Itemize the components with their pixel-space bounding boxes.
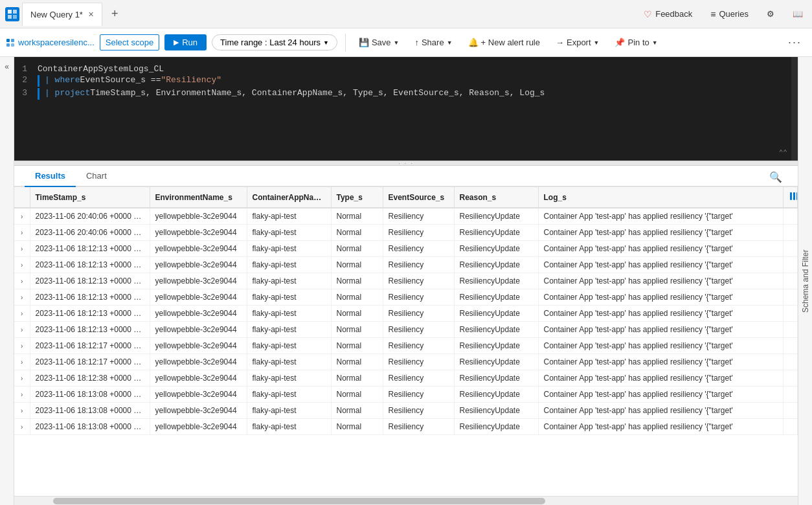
cell-type: Normal <box>331 289 383 306</box>
table-row[interactable]: › 2023-11-06 18:12:17 +0000 UTC yellowpe… <box>14 354 798 370</box>
tab-close-button[interactable]: ✕ <box>88 10 94 19</box>
cell-reason: ResiliencyUpdate <box>454 419 538 435</box>
active-tab[interactable]: New Query 1* ✕ <box>22 3 102 26</box>
title-bar: New Query 1* ✕ + ♡ Feedback ≡ Queries ⚙ … <box>0 0 812 28</box>
search-results-button[interactable]: 🔍 <box>764 168 787 186</box>
main-layout: « 1 ContainerAppSystemLogs_CL 2 | where … <box>0 57 812 505</box>
cell-log: Container App 'test-app' has applied res… <box>538 208 784 225</box>
sidebar-toggle[interactable]: « <box>0 57 14 505</box>
line-number-2: 2 <box>14 75 38 85</box>
cell-log: Container App 'test-app' has applied res… <box>538 338 784 354</box>
cell-reason: ResiliencyUpdate <box>454 387 538 403</box>
export-label: Export <box>567 38 591 47</box>
expand-row-icon[interactable]: › <box>21 423 23 431</box>
schema-filter-sidebar[interactable]: Schema and Filter <box>798 57 812 505</box>
cell-timestamp: 2023-11-06 18:12:13 +0000 UTC <box>30 289 150 306</box>
cell-type: Normal <box>331 273 383 289</box>
table-row[interactable]: › 2023-11-06 18:12:13 +0000 UTC yellowpe… <box>14 306 798 322</box>
expand-row-icon[interactable]: › <box>21 342 23 350</box>
feedback-button[interactable]: ♡ Feedback <box>640 6 696 22</box>
svg-rect-0 <box>8 10 12 14</box>
expand-row-icon[interactable]: › <box>21 326 23 333</box>
cell-env: yellowpebble-3c2e9044 <box>150 370 247 387</box>
cell-timestamp: 2023-11-06 20:40:06 +0000 UTC <box>30 208 150 225</box>
table-row[interactable]: › 2023-11-06 18:13:08 +0000 UTC yellowpe… <box>14 403 798 419</box>
editor-collapse-button[interactable]: ⌃⌃ <box>779 148 787 157</box>
workspace-selector[interactable]: workspaceresilenc... <box>5 38 95 48</box>
svg-rect-5 <box>11 39 14 42</box>
run-label: Run <box>182 38 197 47</box>
svg-rect-9 <box>793 192 795 200</box>
time-range-button[interactable]: Time range : Last 24 hours ▼ <box>212 34 337 50</box>
tab-chart[interactable]: Chart <box>76 166 117 187</box>
col-timestamp-header[interactable]: TimeStamp_s <box>30 187 150 208</box>
col-eventsource-header[interactable]: EventSource_s <box>383 187 454 208</box>
expand-row-icon[interactable]: › <box>21 391 23 398</box>
run-button[interactable]: ▶ Run <box>164 34 207 50</box>
cell-eventsource: Resiliency <box>383 289 454 306</box>
cell-container: flaky-api-test <box>247 322 331 338</box>
table-row[interactable]: › 2023-11-06 18:12:13 +0000 UTC yellowpe… <box>14 241 798 257</box>
app-icon <box>5 7 19 21</box>
editor-scrollbar[interactable] <box>791 57 798 161</box>
cell-spacer <box>784 403 798 419</box>
table-row[interactable]: › 2023-11-06 20:40:06 +0000 UTC yellowpe… <box>14 225 798 241</box>
expand-row-icon[interactable]: › <box>21 278 23 285</box>
expand-row-icon[interactable]: › <box>21 407 23 414</box>
expand-row-icon[interactable]: › <box>21 294 23 301</box>
col-log-header[interactable]: Log_s <box>538 187 784 208</box>
table-row[interactable]: › 2023-11-06 18:12:38 +0000 UTC yellowpe… <box>14 370 798 387</box>
table-row[interactable]: › 2023-11-06 20:40:06 +0000 UTC yellowpe… <box>14 208 798 225</box>
settings-button[interactable]: ⚙ <box>763 6 778 21</box>
col-env-header[interactable]: EnvironmentName_s <box>150 187 247 208</box>
expand-row-icon[interactable]: › <box>21 262 23 269</box>
table-row[interactable]: › 2023-11-06 18:12:13 +0000 UTC yellowpe… <box>14 289 798 306</box>
queries-button[interactable]: ≡ Queries <box>706 6 752 22</box>
expand-row-icon[interactable]: › <box>21 375 23 382</box>
col-container-header[interactable]: ContainerAppName_s <box>247 187 331 208</box>
col-type-header[interactable]: Type_s <box>331 187 383 208</box>
table-row[interactable]: › 2023-11-06 18:12:17 +0000 UTC yellowpe… <box>14 338 798 354</box>
docs-button[interactable]: 📖 <box>789 6 807 21</box>
expand-row-icon[interactable]: › <box>21 310 23 317</box>
horizontal-scrollbar[interactable] <box>14 496 798 505</box>
cell-timestamp: 2023-11-06 20:40:06 +0000 UTC <box>30 225 150 241</box>
scrollbar-thumb[interactable] <box>53 498 545 504</box>
save-button[interactable]: 💾 Save ▼ <box>354 35 405 50</box>
code-content-2a: | where <box>45 75 80 85</box>
expand-row-icon[interactable]: › <box>21 213 23 220</box>
cell-spacer <box>784 208 798 225</box>
table-row[interactable]: › 2023-11-06 18:12:13 +0000 UTC yellowpe… <box>14 322 798 338</box>
expand-row-icon[interactable]: › <box>21 229 23 236</box>
tab-results[interactable]: Results <box>25 166 76 187</box>
select-scope-button[interactable]: Select scope <box>100 34 159 50</box>
cell-timestamp: 2023-11-06 18:12:38 +0000 UTC <box>30 370 150 387</box>
col-reason-header[interactable]: Reason_s <box>454 187 538 208</box>
cell-container: flaky-api-test <box>247 241 331 257</box>
code-editor[interactable]: 1 ContainerAppSystemLogs_CL 2 | where Ev… <box>14 57 798 161</box>
add-tab-button[interactable]: + <box>105 5 125 23</box>
table-row[interactable]: › 2023-11-06 18:12:13 +0000 UTC yellowpe… <box>14 257 798 273</box>
cell-spacer <box>784 387 798 403</box>
table-row[interactable]: › 2023-11-06 18:13:08 +0000 UTC yellowpe… <box>14 387 798 403</box>
col-columns-icon-header[interactable] <box>784 187 798 208</box>
table-row[interactable]: › 2023-11-06 18:12:13 +0000 UTC yellowpe… <box>14 273 798 289</box>
share-button[interactable]: ↑ Share ▼ <box>409 35 457 50</box>
cell-eventsource: Resiliency <box>383 208 454 225</box>
svg-rect-6 <box>6 43 10 47</box>
export-button[interactable]: → Export ▼ <box>550 35 605 50</box>
new-alert-button[interactable]: 🔔 + New alert rule <box>463 35 545 50</box>
expand-row-icon[interactable]: › <box>21 245 23 252</box>
pin-to-button[interactable]: 📌 Pin to ▼ <box>609 35 662 50</box>
cell-env: yellowpebble-3c2e9044 <box>150 208 247 225</box>
export-chevron-icon: ▼ <box>594 39 600 46</box>
expand-row-icon[interactable]: › <box>21 359 23 366</box>
table-row[interactable]: › 2023-11-06 18:13:08 +0000 UTC yellowpe… <box>14 419 798 435</box>
save-icon: 💾 <box>359 38 369 47</box>
more-options-button[interactable]: ··· <box>783 33 807 52</box>
svg-rect-10 <box>796 192 798 200</box>
code-line-3: 3 | project TimeStamp_s, EnvironmentName… <box>14 87 798 100</box>
code-content-3b: TimeStamp_s, EnvironmentName_s, Containe… <box>90 88 545 98</box>
code-line-1: 1 ContainerAppSystemLogs_CL <box>14 63 798 74</box>
drag-handle[interactable]: · · · <box>14 161 798 166</box>
